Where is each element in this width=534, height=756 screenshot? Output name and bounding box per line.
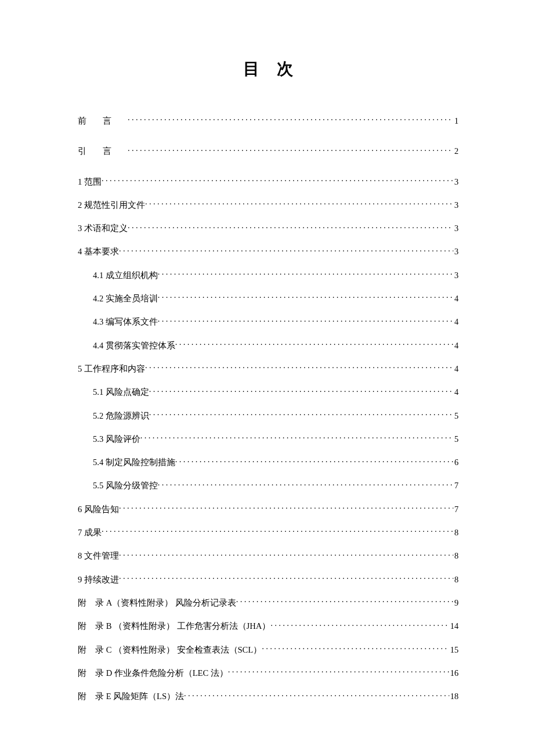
toc-leader bbox=[158, 293, 453, 302]
toc-page: 4 bbox=[453, 386, 459, 398]
toc-page: 3 bbox=[453, 199, 459, 211]
table-of-contents: 前言 1 引言 2 1 范围 3 2 规范性引用文件 3 3 术语和定义 3 4… bbox=[78, 115, 459, 702]
toc-entry: 4.1 成立组织机构 3 bbox=[78, 269, 459, 281]
toc-page: 14 bbox=[449, 620, 459, 632]
toc-leader bbox=[236, 597, 453, 606]
toc-leader bbox=[158, 316, 453, 325]
toc-leader bbox=[119, 574, 453, 582]
toc-leader bbox=[119, 503, 453, 512]
toc-entry: 5.3 风险评价 5 bbox=[78, 433, 459, 445]
toc-leader bbox=[158, 480, 453, 489]
toc-page: 8 bbox=[453, 527, 459, 538]
toc-page: 6 bbox=[453, 456, 459, 468]
toc-leader bbox=[119, 550, 453, 559]
toc-label: 9 持续改进 bbox=[78, 574, 119, 585]
toc-page: 18 bbox=[449, 690, 459, 702]
toc-entry: 2 规范性引用文件 3 bbox=[78, 199, 459, 211]
toc-entry: 附 录 E 风险矩阵（LS）法 18 bbox=[78, 690, 459, 702]
toc-entry: 1 范围 3 bbox=[78, 176, 459, 188]
toc-leader bbox=[128, 116, 453, 124]
toc-leader bbox=[140, 433, 453, 442]
toc-label: 5 工作程序和内容 bbox=[78, 363, 145, 375]
toc-leader bbox=[149, 387, 453, 395]
toc-label: 附 录 A（资料性附录） 风险分析记录表 bbox=[78, 597, 236, 609]
toc-label: 5.2 危险源辨识 bbox=[93, 410, 149, 422]
toc-page: 3 bbox=[453, 176, 459, 188]
toc-page: 7 bbox=[453, 480, 459, 491]
toc-page: 8 bbox=[453, 574, 459, 585]
toc-entry: 5.5 风险分级管控 7 bbox=[78, 480, 459, 491]
toc-entry: 5.2 危险源辨识 5 bbox=[78, 410, 459, 422]
toc-label: 6 风险告知 bbox=[78, 503, 119, 515]
toc-page: 5 bbox=[453, 410, 459, 422]
toc-label: 4.3 编写体系文件 bbox=[93, 316, 158, 327]
toc-label: 4.1 成立组织机构 bbox=[93, 269, 158, 281]
toc-label: 附 录 D 作业条件危险分析（LEC 法） bbox=[78, 667, 228, 679]
toc-entry: 附 录 A（资料性附录） 风险分析记录表 9 bbox=[78, 597, 459, 609]
toc-page: 4 bbox=[453, 293, 459, 304]
toc-label: 4.2 实施全员培训 bbox=[93, 293, 158, 304]
toc-entry: 附 录 D 作业条件危险分析（LEC 法） 16 bbox=[78, 667, 459, 679]
toc-label: 2 规范性引用文件 bbox=[78, 199, 145, 211]
toc-entry: 4.3 编写体系文件 4 bbox=[78, 316, 459, 327]
toc-leader bbox=[175, 340, 453, 348]
toc-entry: 附 录 C （资料性附录） 安全检查表法（SCL） 15 bbox=[78, 644, 459, 656]
toc-leader bbox=[102, 176, 453, 185]
toc-page: 4 bbox=[453, 363, 459, 375]
toc-entry: 5.1 风险点确定 4 bbox=[78, 386, 459, 398]
toc-entry: 5 工作程序和内容 4 bbox=[78, 363, 459, 375]
toc-entry: 前言 1 bbox=[78, 115, 459, 127]
toc-entry: 4.4 贯彻落实管控体系 4 bbox=[78, 340, 459, 351]
toc-label: 4 基本要求 bbox=[78, 246, 119, 257]
toc-label: 附 录 B （资料性附录） 工作危害分析法（JHA） bbox=[78, 620, 270, 632]
toc-entry: 3 术语和定义 3 bbox=[78, 222, 459, 234]
toc-leader bbox=[128, 146, 453, 154]
toc-leader bbox=[184, 691, 449, 700]
toc-page: 4 bbox=[453, 340, 459, 351]
toc-entry: 7 成果 8 bbox=[78, 527, 459, 538]
toc-label: 7 成果 bbox=[78, 527, 102, 538]
toc-page: 16 bbox=[449, 667, 459, 679]
toc-leader bbox=[102, 527, 453, 536]
toc-page: 3 bbox=[453, 222, 459, 234]
toc-page: 5 bbox=[453, 433, 459, 445]
toc-page: 4 bbox=[453, 316, 459, 327]
toc-label: 5.1 风险点确定 bbox=[93, 386, 149, 398]
toc-page: 7 bbox=[453, 503, 459, 515]
toc-page: 2 bbox=[453, 145, 459, 157]
toc-leader bbox=[262, 644, 449, 653]
toc-leader bbox=[175, 457, 453, 466]
toc-page: 15 bbox=[449, 644, 459, 656]
toc-leader bbox=[145, 199, 453, 208]
toc-entry: 8 文件管理 8 bbox=[78, 550, 459, 561]
toc-page: 3 bbox=[453, 269, 459, 281]
toc-leader bbox=[228, 667, 449, 676]
toc-page: 1 bbox=[453, 115, 459, 127]
toc-page: 8 bbox=[453, 550, 459, 561]
toc-entry: 6 风险告知 7 bbox=[78, 503, 459, 515]
document-page: { "title": "目次", "toc": [ { "label": "前"… bbox=[0, 0, 534, 756]
toc-entry: 9 持续改进 8 bbox=[78, 574, 459, 585]
toc-leader bbox=[119, 246, 453, 255]
toc-entry: 附 录 B （资料性附录） 工作危害分析法（JHA） 14 bbox=[78, 620, 459, 632]
toc-label: 附 录 C （资料性附录） 安全检查表法（SCL） bbox=[78, 644, 262, 656]
toc-label: 引言 bbox=[78, 145, 128, 157]
toc-entry: 4.2 实施全员培训 4 bbox=[78, 293, 459, 304]
toc-label: 4.4 贯彻落实管控体系 bbox=[93, 340, 175, 351]
toc-leader bbox=[128, 223, 453, 232]
toc-label: 前言 bbox=[78, 115, 128, 127]
toc-label: 1 范围 bbox=[78, 176, 102, 188]
toc-page: 9 bbox=[453, 597, 459, 609]
toc-entry: 4 基本要求 3 bbox=[78, 246, 459, 257]
toc-label: 8 文件管理 bbox=[78, 550, 119, 561]
toc-entry: 引言 2 bbox=[78, 145, 459, 157]
toc-leader bbox=[149, 410, 453, 419]
toc-label: 5.4 制定风险控制措施 bbox=[93, 456, 175, 468]
toc-leader bbox=[145, 363, 453, 372]
toc-entry: 5.4 制定风险控制措施 6 bbox=[78, 456, 459, 468]
toc-leader bbox=[158, 269, 453, 278]
toc-leader bbox=[270, 621, 449, 629]
toc-title: 目次 bbox=[78, 58, 459, 80]
toc-label: 5.5 风险分级管控 bbox=[93, 480, 158, 491]
toc-label: 3 术语和定义 bbox=[78, 222, 128, 234]
